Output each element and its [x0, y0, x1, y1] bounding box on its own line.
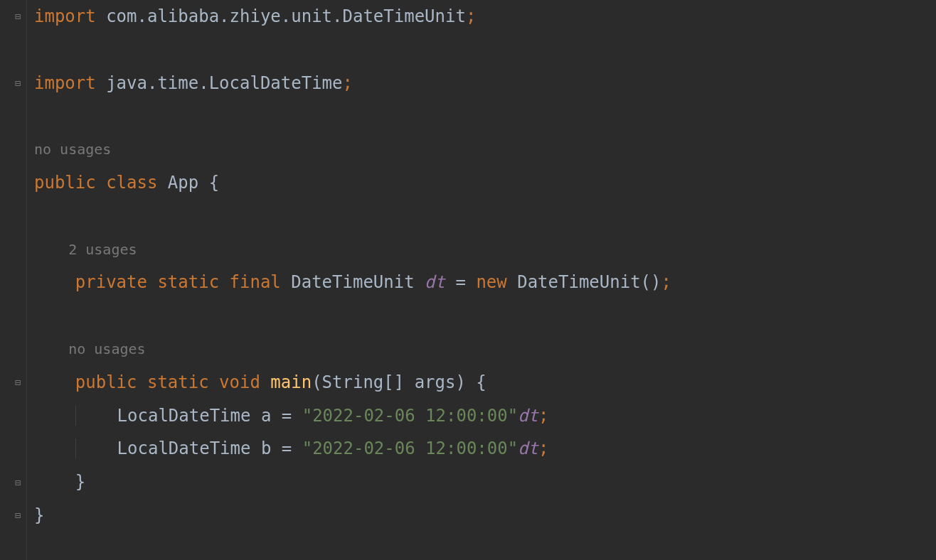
keyword-static: static — [147, 372, 209, 392]
code-line[interactable]: LocalDateTime a = "2022-02-06 12:00:00"d… — [34, 399, 929, 433]
local-type: LocalDateTime — [117, 406, 251, 426]
usage-hint[interactable]: 2 usages — [34, 233, 929, 266]
import-path: com.alibaba.zhiye.unit.DateTimeUnit — [106, 6, 466, 26]
usage-hint[interactable]: no usages — [34, 133, 929, 166]
code-line[interactable]: import com.alibaba.zhiye.unit.DateTimeUn… — [34, 0, 929, 33]
class-name: App — [168, 173, 198, 193]
parens: () — [641, 272, 661, 292]
suffix-ref: dt — [518, 438, 538, 458]
code-line[interactable]: } — [34, 499, 929, 532]
fold-marker-icon[interactable]: ⊟ — [13, 11, 23, 21]
editor-gutter: ⊟ ⊟ ⊟ ⊟ ⊟ — [0, 0, 27, 560]
string-literal: "2022-02-06 12:00:00" — [302, 406, 518, 426]
paren-close: ) — [455, 372, 465, 392]
semicolon: ; — [538, 438, 548, 458]
code-line[interactable]: LocalDateTime b = "2022-02-06 12:00:00"d… — [34, 432, 929, 465]
keyword-public: public — [75, 372, 137, 392]
keyword-private: private — [75, 272, 147, 292]
keyword-class: class — [106, 173, 157, 193]
string-literal: "2022-02-06 12:00:00" — [302, 438, 518, 458]
brace-open: { — [209, 173, 219, 193]
keyword-import: import — [34, 6, 96, 26]
field-type: DateTimeUnit — [291, 272, 414, 292]
code-line-blank[interactable] — [34, 99, 929, 133]
local-type: LocalDateTime — [117, 438, 251, 458]
keyword-final: final — [230, 272, 281, 292]
code-line[interactable]: public class App { — [34, 166, 929, 200]
keyword-import: import — [34, 73, 96, 93]
code-line-blank[interactable] — [34, 299, 929, 333]
brace-close: } — [75, 472, 85, 492]
constructor-call: DateTimeUnit — [517, 272, 640, 292]
semicolon: ; — [343, 73, 353, 93]
keyword-new: new — [476, 272, 506, 292]
paren-open: ( — [312, 372, 321, 392]
keyword-void: void — [219, 372, 260, 392]
fold-marker-icon[interactable]: ⊟ — [13, 510, 23, 520]
brace-close: } — [34, 505, 44, 525]
local-name: a — [261, 406, 271, 426]
field-name: dt — [425, 272, 445, 292]
usage-hint[interactable]: no usages — [34, 333, 929, 366]
fold-marker-icon[interactable]: ⊟ — [13, 478, 23, 488]
keyword-static: static — [157, 272, 219, 292]
equals: = — [455, 272, 465, 292]
semicolon: ; — [661, 272, 671, 292]
param-type: String[] — [322, 372, 405, 392]
code-line[interactable]: import java.time.LocalDateTime; — [34, 67, 929, 100]
code-line-blank[interactable] — [34, 33, 929, 67]
semicolon: ; — [466, 6, 476, 26]
brace-open: { — [476, 372, 486, 392]
suffix-ref: dt — [518, 406, 538, 426]
method-name: main — [270, 372, 312, 392]
import-path: java.time.LocalDateTime — [106, 73, 342, 93]
param-name: args — [415, 372, 456, 392]
keyword-public: public — [34, 173, 96, 193]
code-line[interactable]: private static final DateTimeUnit dt = n… — [34, 266, 929, 299]
code-line[interactable]: public static void main(String[] args) { — [34, 366, 929, 399]
fold-marker-icon[interactable]: ⊟ — [13, 377, 23, 387]
code-line-blank[interactable] — [34, 200, 929, 233]
semicolon: ; — [538, 406, 548, 426]
code-line[interactable]: } — [34, 465, 929, 499]
fold-marker-icon[interactable]: ⊟ — [13, 78, 23, 88]
local-name: b — [261, 438, 271, 458]
code-editor[interactable]: import com.alibaba.zhiye.unit.DateTimeUn… — [27, 0, 936, 560]
